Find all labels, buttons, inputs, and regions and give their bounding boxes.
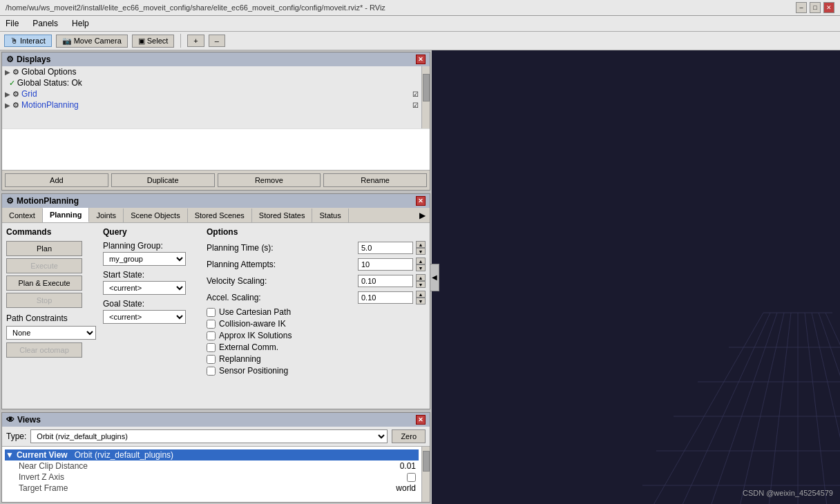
- tab-joints[interactable]: Joints: [89, 209, 124, 222]
- velocity-scaling-label: Velocity Scaling:: [207, 276, 355, 286]
- select-btn[interactable]: ▣ Select: [132, 35, 175, 48]
- menu-file[interactable]: File: [3, 17, 21, 30]
- tab-status[interactable]: Status: [312, 209, 348, 222]
- viewport[interactable]: CSDN @weixin_45254579: [432, 50, 840, 504]
- minimize-btn[interactable]: –: [796, 2, 807, 13]
- plan-btn[interactable]: Plan: [6, 241, 82, 256]
- plan-execute-btn[interactable]: Plan & Execute: [6, 275, 82, 291]
- planning-time-label: Planning Time (s):: [207, 243, 355, 253]
- collision-ik-label: Collision-aware IK: [219, 319, 286, 329]
- svg-rect-0: [432, 50, 840, 504]
- approx-ik-row: Approx IK Solutions: [207, 331, 426, 340]
- views-scrollbar[interactable]: [421, 447, 430, 502]
- check-icon: ✓: [9, 79, 15, 88]
- goal-state-row: Goal State: <current>: [103, 299, 200, 324]
- arrow-icon: [5, 79, 7, 87]
- execute-btn[interactable]: Execute: [6, 258, 82, 273]
- start-state-row: Start State: <current>: [103, 270, 200, 295]
- duplicate-btn[interactable]: Duplicate: [111, 173, 215, 187]
- zero-btn[interactable]: Zero: [392, 429, 426, 443]
- velocity-scaling-up[interactable]: ▲: [416, 274, 426, 281]
- tree-item-motionplanning[interactable]: ▶ ⚙ MotionPlanning ☑: [2, 99, 421, 110]
- planning-time-input[interactable]: [358, 242, 413, 254]
- move-camera-btn[interactable]: 📷 Move Camera: [56, 35, 128, 48]
- tab-stored-states[interactable]: Stored States: [252, 209, 313, 222]
- options-section: Options Planning Time (s): ▲ ▼ Planning …: [207, 227, 426, 378]
- menu-panels[interactable]: Panels: [30, 17, 61, 30]
- tab-context[interactable]: Context: [2, 209, 43, 222]
- menu-help[interactable]: Help: [69, 17, 92, 30]
- tab-planning[interactable]: Planning: [43, 208, 89, 222]
- start-state-select[interactable]: <current>: [103, 281, 186, 295]
- views-content: ▼ Current View Orbit (rviz_default_plugi…: [2, 447, 430, 502]
- displays-close-btn[interactable]: ✕: [416, 55, 426, 64]
- title-text: /home/wu/ws_moveit2/install/elite_ec66_m…: [6, 3, 385, 12]
- tab-stored-scenes[interactable]: Stored Scenes: [188, 209, 252, 222]
- stop-btn[interactable]: Stop: [6, 293, 82, 308]
- tree-item-global-status[interactable]: ✓ Global Status: Ok: [2, 77, 421, 88]
- accel-scaling-input[interactable]: [358, 291, 413, 304]
- views-close-btn[interactable]: ✕: [416, 415, 426, 425]
- views-title: Views: [17, 415, 41, 425]
- views-type-select[interactable]: Orbit (rviz_default_plugins): [30, 429, 388, 443]
- displays-panel: ⚙ Displays ✕ ▶ ⚙ Global Options: [1, 52, 430, 191]
- approx-ik-checkbox[interactable]: [207, 331, 216, 340]
- planning-attempts-up[interactable]: ▲: [416, 258, 426, 264]
- invert-z-row: Invert Z Axis: [5, 472, 419, 483]
- planning-attempts-input[interactable]: [358, 258, 413, 271]
- maximize-btn[interactable]: □: [810, 2, 821, 13]
- interact-btn[interactable]: 🖱 Interact: [4, 35, 52, 47]
- invert-z-checkbox[interactable]: [407, 473, 416, 482]
- path-constraints-select[interactable]: None: [6, 326, 96, 340]
- use-cartesian-checkbox[interactable]: [207, 308, 216, 317]
- current-view-label: Current View: [17, 450, 68, 460]
- displays-scrollbar[interactable]: [421, 66, 430, 128]
- external-comm-checkbox[interactable]: [207, 343, 216, 352]
- use-cartesian-label: Use Cartesian Path: [219, 307, 291, 317]
- collapse-arrow[interactable]: ◀: [430, 264, 439, 291]
- gear-icon: ⚙: [12, 68, 19, 77]
- planning-group-select[interactable]: my_group: [103, 252, 186, 266]
- path-constraints-section: Path Constraints None: [6, 313, 96, 340]
- tree-item-grid[interactable]: ▶ ⚙ Grid ☑: [2, 88, 421, 99]
- grid-svg: [432, 50, 840, 504]
- collision-ik-checkbox[interactable]: [207, 320, 216, 329]
- sensor-positioning-checkbox[interactable]: [207, 367, 216, 376]
- rename-btn[interactable]: Rename: [323, 173, 427, 187]
- arrow-icon: ▶: [5, 90, 10, 98]
- path-constraints-label: Path Constraints: [6, 313, 96, 323]
- remove-display-btn[interactable]: –: [209, 35, 225, 47]
- planning-time-up[interactable]: ▲: [416, 241, 426, 248]
- target-frame-row: Target Frame world: [5, 483, 419, 494]
- add-display-btn[interactable]: +: [187, 35, 204, 47]
- scrollbar-thumb[interactable]: [423, 74, 430, 101]
- add-btn[interactable]: Add: [5, 173, 108, 187]
- tab-more-btn[interactable]: ▶: [415, 209, 430, 222]
- query-section: Query Planning Group: my_group Start Sta…: [103, 227, 200, 378]
- velocity-scaling-down[interactable]: ▼: [416, 281, 426, 288]
- accel-scaling-up[interactable]: ▲: [416, 291, 426, 298]
- accel-scaling-down[interactable]: ▼: [416, 298, 426, 304]
- clear-octomap-btn[interactable]: Clear octomap: [6, 342, 82, 358]
- goal-state-select[interactable]: <current>: [103, 310, 186, 324]
- commands-title: Commands: [6, 227, 96, 237]
- tab-scene-objects[interactable]: Scene Objects: [124, 209, 188, 222]
- camera-icon: 📷: [62, 37, 72, 46]
- interact-icon: 🖱: [10, 37, 18, 45]
- velocity-scaling-input[interactable]: [358, 275, 413, 287]
- views-scrollbar-thumb[interactable]: [423, 451, 430, 472]
- close-btn[interactable]: ✕: [823, 2, 834, 13]
- displays-icon: ⚙: [6, 55, 14, 64]
- collision-ik-row: Collision-aware IK: [207, 319, 426, 329]
- mp-close-btn[interactable]: ✕: [416, 196, 426, 206]
- planning-attempts-down[interactable]: ▼: [416, 264, 426, 271]
- planning-time-down[interactable]: ▼: [416, 248, 426, 255]
- mp-icon: ⚙: [6, 196, 14, 206]
- tree-item-global-options[interactable]: ▶ ⚙ Global Options: [2, 66, 421, 77]
- replanning-checkbox[interactable]: [207, 355, 216, 364]
- remove-btn[interactable]: Remove: [218, 173, 321, 187]
- displays-tree: ▶ ⚙ Global Options ✓ Global Status: Ok ▶…: [2, 66, 421, 128]
- select-icon: ▣: [138, 37, 145, 46]
- displays-title: Displays: [17, 55, 50, 64]
- gear-icon: ⚙: [12, 101, 19, 110]
